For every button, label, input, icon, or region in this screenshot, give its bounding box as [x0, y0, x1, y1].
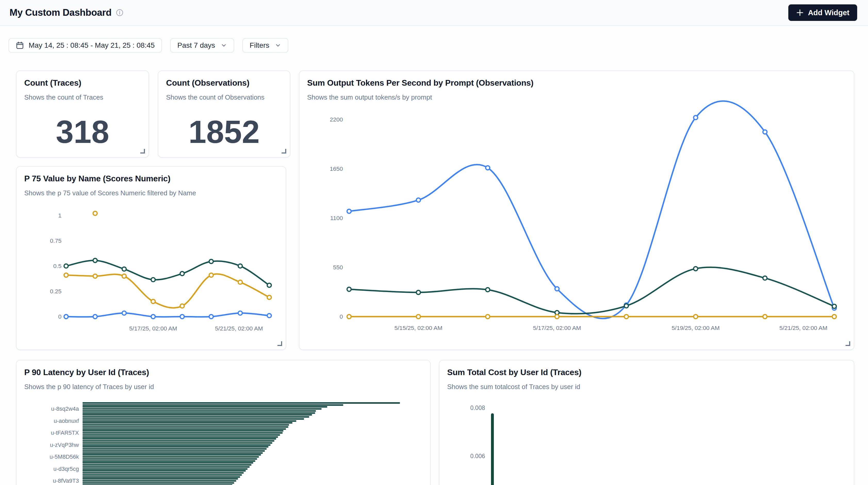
p90-bar-row	[24, 434, 423, 436]
chart-point-name-gold	[122, 274, 126, 278]
chart-point-prompt-teal	[694, 267, 698, 271]
plus-icon	[796, 9, 804, 17]
widget-p90-chart: P 90 Latency by User Id (Traces) Shows t…	[16, 360, 431, 485]
p90-latency-bar	[83, 434, 280, 436]
y-axis-tick-label: 1	[58, 212, 62, 219]
x-axis-tick-label: 5/21/25, 02:00 AM	[779, 325, 827, 331]
p90-bar-row	[24, 424, 423, 426]
p90-bar-row	[24, 478, 423, 480]
chart-point-name-gold	[209, 273, 213, 277]
chart-point-prompt-blue	[763, 130, 767, 134]
widget-subtitle: Shows the sum output tokens/s by prompt	[307, 93, 846, 101]
add-widget-button[interactable]: Add Widget	[788, 4, 857, 21]
p90-bar-row	[24, 426, 423, 428]
widget-count-traces: Count (Traces) Shows the count of Traces…	[16, 70, 149, 158]
chart-point-name-blue	[64, 314, 68, 319]
chart-point-prompt-teal	[486, 287, 490, 292]
resize-handle-icon[interactable]	[140, 149, 145, 153]
p75-line-chart: 00.250.50.7515/17/25, 02:00 AM5/21/25, 0…	[24, 204, 278, 344]
widget-subtitle: Shows the p 75 value of Scores Numeric f…	[24, 189, 278, 197]
date-range-picker[interactable]: May 14, 25 : 08:45 - May 21, 25 : 08:45	[8, 38, 162, 53]
p90-bar-row: u-zVqP3hw	[24, 444, 423, 446]
chart-line-name-gold	[66, 274, 269, 308]
y-axis-tick-label: 550	[333, 264, 343, 271]
p90-bar-row: u-d3qr5cg	[24, 468, 423, 470]
p90-latency-bar	[83, 466, 250, 468]
chart-point-name-teal	[151, 278, 155, 282]
p90-latency-bar	[83, 438, 276, 439]
p90-latency-bar	[83, 468, 248, 470]
p90-latency-bar	[83, 450, 265, 452]
count-value: 1852	[166, 116, 282, 148]
chart-point-prompt-blue	[416, 198, 420, 202]
y-axis-tick-label: 0.25	[50, 288, 62, 295]
p90-bar-row	[24, 482, 423, 484]
widget-cost-chart: Sum Total Cost by User Id (Traces) Shows…	[439, 360, 854, 485]
p90-latency-bar	[83, 454, 261, 456]
p90-latency-bar	[83, 410, 316, 412]
chart-point-prompt-teal	[347, 287, 351, 291]
p90-latency-bar	[83, 424, 289, 426]
chevron-down-icon	[221, 42, 227, 49]
p90-bar-row	[24, 464, 423, 466]
chart-point-prompt-blue	[486, 165, 490, 170]
y-axis-tick-label: 1650	[330, 165, 343, 172]
chart-point-name-gold	[151, 299, 155, 303]
chart-point-name-teal	[238, 264, 242, 268]
p90-bar-row	[24, 458, 423, 460]
p90-latency-bar	[83, 416, 309, 418]
widget-p75-chart: P 75 Value by Name (Scores Numeric) Show…	[16, 166, 286, 350]
chart-point-name-teal	[122, 267, 126, 271]
p90-bar-row	[24, 474, 423, 476]
p90-bar-row	[24, 450, 423, 452]
p90-bar-row	[24, 430, 423, 432]
resize-handle-icon[interactable]	[845, 341, 850, 346]
p90-bar-row: u-8sq2w4a	[24, 408, 423, 410]
range-preset-select[interactable]: Past 7 days	[170, 38, 234, 53]
p90-bar-row	[24, 446, 423, 448]
chart-point-prompt-teal	[624, 304, 628, 308]
chart-point-name-teal	[180, 272, 184, 276]
calendar-icon	[16, 41, 24, 50]
chart-point-name-gold	[238, 280, 242, 284]
p90-bar-row	[24, 438, 423, 440]
filters-button[interactable]: Filters	[242, 38, 288, 53]
count-value: 318	[24, 116, 141, 148]
chart-point-name-teal	[267, 283, 271, 287]
widget-title: Count (Traces)	[24, 78, 141, 88]
p90-bar-row	[24, 436, 423, 438]
chart-point-name-gold	[64, 273, 68, 277]
chart-point-prompt-gold	[694, 314, 698, 319]
p90-bar-row: u-tFAR5TX	[24, 432, 423, 434]
resize-handle-icon[interactable]	[282, 149, 286, 153]
chart-point-prompt-blue	[694, 116, 698, 120]
p90-latency-bar	[83, 462, 253, 463]
chart-point-prompt-gold	[347, 314, 351, 319]
cost-bar	[491, 413, 494, 485]
chart-point-name-blue	[180, 314, 184, 319]
p90-bar-row	[24, 422, 423, 424]
p90-latency-bar	[83, 448, 267, 450]
info-icon[interactable]	[116, 9, 123, 16]
p75-svg: 00.250.50.7515/17/25, 02:00 AM5/21/25, 0…	[24, 204, 278, 344]
p90-latency-bar	[83, 474, 242, 476]
p90-bar-row	[24, 404, 423, 406]
p90-latency-bar	[83, 402, 400, 404]
widget-title: P 90 Latency by User Id (Traces)	[24, 368, 423, 377]
header: My Custom Dashboard Add Widget	[0, 0, 868, 26]
p90-latency-bar	[83, 426, 288, 428]
chart-point-name-gold	[267, 295, 271, 300]
resize-handle-icon[interactable]	[277, 341, 282, 346]
p90-bar-row	[24, 484, 423, 485]
p90-latency-bar	[83, 446, 269, 448]
p90-latency-bar	[83, 404, 343, 406]
chart-point-name-single-point	[93, 211, 97, 215]
p90-latency-bar	[83, 418, 304, 420]
p90-bar-row	[24, 412, 423, 414]
p90-bar-row	[24, 448, 423, 450]
p90-bar-row	[24, 428, 423, 430]
tokens-line-chart: 05501100165022005/15/25, 02:00 AM5/17/25…	[307, 112, 846, 338]
chart-point-name-gold	[180, 304, 184, 308]
p90-latency-bar	[83, 442, 272, 444]
y-axis-tick-label: 1100	[330, 215, 343, 221]
